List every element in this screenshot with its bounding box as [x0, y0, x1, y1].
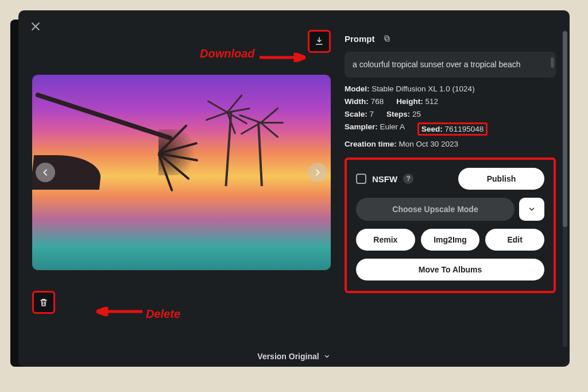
annotation-delete-arrow: [96, 307, 142, 316]
edit-button[interactable]: Edit: [485, 229, 544, 251]
trash-icon: [38, 297, 49, 308]
scale-value: 7: [370, 110, 374, 118]
upscale-dropdown-toggle[interactable]: [519, 198, 544, 221]
delete-button[interactable]: [32, 291, 55, 314]
steps-label: Steps:: [386, 110, 410, 118]
prompt-text: a colourful tropical sunset over a tropi…: [353, 60, 521, 69]
metadata: Model: Stable Diffusion XL 1.0 (1024) Wi…: [345, 84, 556, 148]
annotation-delete-label: Delete: [146, 308, 180, 321]
sampler-value: Euler A: [380, 122, 405, 131]
prompt-label: Prompt: [345, 34, 375, 44]
details-panel: Prompt a colourful tropical sunset over …: [345, 32, 556, 356]
chevron-right-icon: [313, 168, 322, 177]
seed-highlight: Seed: 761195048: [417, 122, 488, 136]
height-value: 512: [425, 97, 438, 106]
remix-button[interactable]: Remix: [356, 229, 415, 251]
image-detail-modal: Download: [18, 10, 570, 367]
steps-value: 25: [412, 110, 421, 118]
scale-label: Scale:: [345, 110, 368, 118]
next-image-button[interactable]: [308, 163, 327, 182]
width-label: Width:: [345, 97, 369, 106]
prompt-scrollbar[interactable]: [551, 57, 554, 68]
seed-value: 761195048: [445, 125, 484, 133]
chevron-down-icon: [528, 205, 536, 213]
nsfw-checkbox[interactable]: [356, 174, 366, 184]
img2img-button[interactable]: Img2Img: [421, 229, 480, 251]
prev-image-button[interactable]: [36, 163, 55, 182]
chevron-down-icon: [324, 353, 331, 360]
svg-rect-2: [385, 37, 389, 41]
svg-marker-5: [96, 308, 107, 316]
actions-panel: NSFW ? Publish Choose Upscale Mode Remix: [345, 157, 556, 293]
height-label: Height:: [396, 97, 423, 106]
nsfw-toggle-row: NSFW ?: [356, 174, 413, 184]
publish-button[interactable]: Publish: [458, 168, 544, 190]
generated-image: [32, 75, 331, 270]
upscale-mode-select[interactable]: Choose Upscale Mode: [356, 198, 514, 221]
sampler-label: Sampler:: [345, 122, 378, 131]
model-label: Model:: [345, 84, 370, 93]
copy-icon: [383, 34, 391, 43]
prompt-text-box[interactable]: a colourful tropical sunset over a tropi…: [345, 52, 556, 78]
chevron-left-icon: [41, 168, 50, 177]
nsfw-label: NSFW: [372, 174, 397, 184]
modal-scrollbar[interactable]: [563, 31, 567, 347]
close-icon: [30, 21, 41, 32]
image-panel: [32, 32, 331, 356]
svg-rect-3: [384, 36, 388, 40]
nsfw-help-icon[interactable]: ?: [403, 174, 413, 184]
version-dropdown[interactable]: Version Original: [257, 352, 330, 361]
seed-label: Seed:: [421, 125, 443, 133]
copy-prompt-button[interactable]: [381, 32, 393, 45]
creation-time-label: Creation time:: [345, 140, 397, 148]
width-value: 768: [371, 97, 384, 106]
model-value: Stable Diffusion XL 1.0 (1024): [372, 84, 474, 93]
prompt-header: Prompt: [345, 32, 556, 45]
download-icon: [314, 36, 324, 47]
creation-time-value: Mon Oct 30 2023: [399, 140, 459, 148]
version-label: Version Original: [257, 352, 319, 361]
move-to-albums-button[interactable]: Move To Albums: [356, 259, 544, 280]
scrollbar-thumb[interactable]: [563, 31, 567, 227]
download-button[interactable]: [308, 30, 331, 53]
